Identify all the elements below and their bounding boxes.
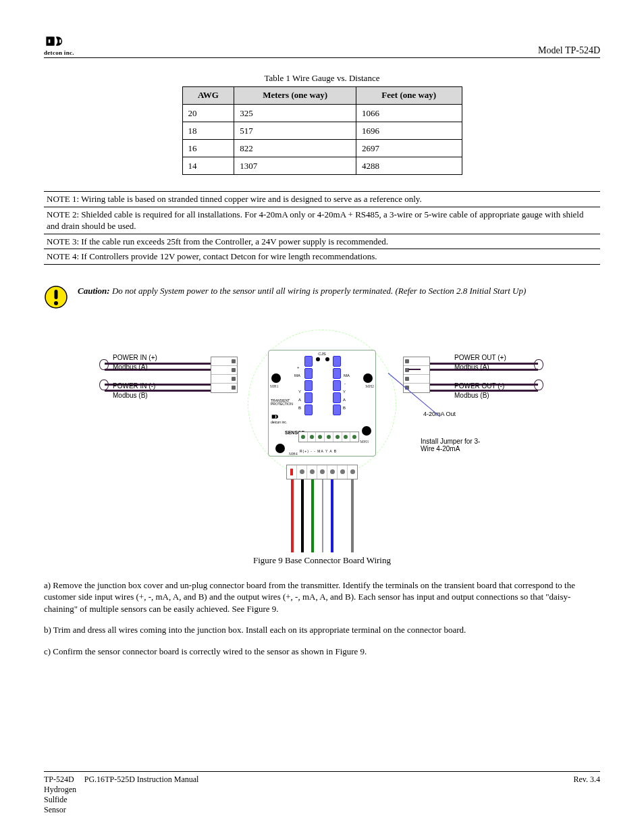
svg-point-5 (54, 301, 58, 305)
note-4: NOTE 4: If Controllers provide 12V power… (44, 249, 600, 264)
para-a: a) Remove the junction box cover and un-… (44, 579, 600, 615)
table-cell: 517 (234, 122, 356, 140)
label-power-in-minus: POWER IN (-) (113, 382, 155, 390)
header-rule (44, 57, 600, 58)
pcb-a-l: A (298, 398, 301, 402)
label-power-in-plus: POWER IN (+) (113, 354, 157, 361)
note-3: NOTE 3: If the cable run exceeds 25ft fr… (44, 234, 600, 249)
note-1: NOTE 1: Wiring table is based on strande… (44, 192, 600, 207)
table-title: Table 1 Wire Gauge vs. Distance (44, 73, 600, 84)
left-terminal-block (211, 357, 238, 393)
bottom-connector (286, 465, 358, 479)
para-b: b) Trim and dress all wires coming into … (44, 624, 600, 636)
figure-caption: Figure 9 Base Connector Board Wiring (44, 555, 600, 566)
right-terminal-block (403, 357, 430, 393)
sensor-pin-labels: R(+) - - MA Y A B (300, 449, 337, 453)
footer-right: TP-525D Instruction Manual (105, 775, 600, 815)
sensor-terminal-strip (298, 432, 359, 442)
label-modbus-a-right: Modbus (A) (454, 363, 489, 371)
pcb-brand: detcon inc. (271, 414, 287, 424)
wire-black (301, 479, 304, 552)
wire-red (291, 479, 294, 552)
caution-block: Caution: Do not apply System power to th… (44, 285, 600, 309)
ma-wire-right (408, 369, 421, 370)
brand-name: detcon inc. (44, 49, 74, 56)
pcb-y-l: Y (298, 390, 301, 394)
mh4-label: MH4 (289, 452, 298, 456)
transient-label: TRANSIENT PROTECTION (271, 399, 298, 406)
wire-white (322, 479, 323, 552)
pcb-ma-l: MA (294, 373, 300, 377)
pcb-b-r: B (343, 406, 346, 410)
page-footer: TP-524D Hydrogen Sulfide Sensor PG.16 TP… (44, 771, 600, 815)
pcb-y-r: Y (343, 390, 346, 394)
pcb-brand-text: detcon inc. (271, 420, 287, 424)
table-cell: 1696 (356, 122, 462, 140)
callout-jumper: Install Jumper for 3-Wire 4-20mA (421, 438, 488, 452)
label-modbus-b-left: Modbus (B) (113, 392, 148, 399)
table-cell: 1066 (356, 105, 462, 122)
caution-icon (44, 285, 68, 309)
brand-logo: detcon inc. (44, 34, 74, 56)
svg-rect-0 (55, 36, 57, 46)
col-awg: AWG (182, 87, 234, 105)
caution-body: Do not apply System power to the sensor … (112, 286, 526, 296)
wire-gray (351, 479, 354, 552)
svg-rect-2 (59, 39, 61, 43)
detcon-logo-icon (44, 34, 67, 49)
caution-label: Caution: (78, 286, 112, 296)
table-cell: 16 (182, 140, 234, 157)
caution-text: Caution: Do not apply System power to th… (78, 285, 600, 297)
table-cell: 18 (182, 122, 234, 140)
table-cell: 4288 (356, 157, 462, 175)
page-header: detcon inc. Model TP-524D (44, 34, 600, 56)
connector-board-figure: POWER IN (+) Modbus (A) POWER IN (-) Mod… (44, 330, 600, 552)
table-cell: 1307 (234, 157, 356, 175)
table-cell: 325 (234, 105, 356, 122)
notes-block: NOTE 1: Wiring table is based on strande… (44, 191, 600, 265)
table-row: 203251066 (182, 105, 462, 122)
wire-gauge-table: AWG Meters (one way) Feet (one way) 2032… (182, 86, 462, 175)
table-cell: 2697 (356, 140, 462, 157)
rule (44, 264, 600, 265)
col-meters: Meters (one way) (234, 87, 356, 105)
table-cell: 822 (234, 140, 356, 157)
table-cell: 20 (182, 105, 234, 122)
pcb-board: CJS MH1 MH2 MH3 MH4 + MA MA - Y Y A A B … (268, 350, 376, 457)
table-row: 185171696 (182, 122, 462, 140)
svg-rect-4 (55, 290, 58, 299)
label-modbus-a-left: Modbus (A) (113, 363, 148, 371)
label-power-out-plus: POWER OUT (+) (454, 354, 506, 361)
wire-green (311, 479, 314, 552)
table-row: 168222697 (182, 140, 462, 157)
mh1-label: MH1 (270, 384, 279, 388)
pcb-b-l: B (298, 406, 301, 410)
mh3-label: MH3 (360, 440, 369, 444)
pcb-ma-r: MA (344, 373, 350, 377)
pcb-plus: + (297, 365, 300, 369)
note-2: NOTE 2: Shielded cable is required for a… (44, 207, 600, 234)
para-c: c) Confirm the sensor connector board is… (44, 646, 600, 658)
svg-rect-1 (49, 39, 51, 43)
footer-left: TP-524D Hydrogen Sulfide Sensor (44, 775, 84, 815)
model-label: Model TP-524D (538, 45, 600, 56)
col-feet: Feet (one way) (356, 87, 462, 105)
table-cell: 14 (182, 157, 234, 175)
jumper-array (306, 356, 340, 421)
body-text: a) Remove the junction box cover and un-… (44, 579, 600, 658)
mh2-label: MH2 (365, 384, 374, 388)
pcb-minus-r: - (344, 382, 346, 386)
label-modbus-b-right: Modbus (B) (454, 392, 489, 399)
label-power-out-minus: POWER OUT (-) (454, 382, 504, 390)
footer-center: PG.16 (84, 775, 105, 815)
wire-blue (331, 479, 333, 552)
table-row: 1413074288 (182, 157, 462, 175)
pcb-a-r: A (343, 398, 346, 402)
